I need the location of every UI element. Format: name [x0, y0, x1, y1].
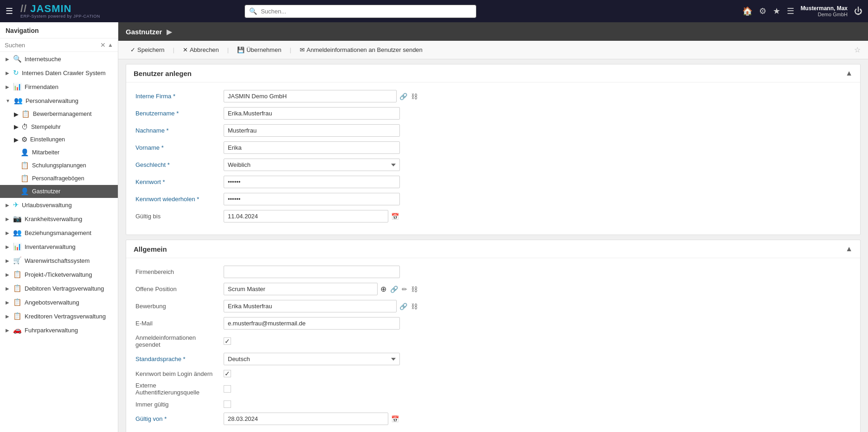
sidebar-search-input[interactable]	[5, 42, 98, 49]
send-email-button[interactable]: ✉ Anmeldeinformationen an Benutzer sende…	[295, 44, 427, 55]
kennwort-login-checkbox[interactable]: ✓	[224, 370, 231, 377]
benutzer-panel-collapse[interactable]: ▲	[845, 69, 853, 77]
sidebar-item-internetsuche[interactable]: ▶ 🔍 Internetsuche	[0, 52, 118, 66]
sidebar-item-angebotsverwaltung[interactable]: ▶ 📋 Angebotsverwaltung	[0, 295, 118, 309]
sidebar-item-krankheitsverwaltung[interactable]: ▶ 📷 Krankheitsverwaltung	[0, 212, 118, 226]
kennwort-login-row: Kennwort beim Login ändern ✓	[135, 370, 851, 377]
internetsuche-icon: 🔍	[13, 55, 22, 63]
interne-firma-input[interactable]	[224, 90, 397, 102]
kennwort-wiederholen-input[interactable]	[224, 193, 400, 205]
immer-gueltig-checkbox[interactable]	[224, 400, 231, 408]
gueltig-bis-input[interactable]	[224, 210, 388, 222]
arrow-icon: ▶	[6, 314, 9, 319]
sidebar-item-urlaubsverwaltung[interactable]: ▶ ✈ Urlaubsverwaltung	[0, 198, 118, 212]
standardsprache-select[interactable]: Deutsch English	[224, 353, 400, 365]
gueltig-von-input[interactable]	[224, 413, 388, 425]
cancel-label: Abbrechen	[190, 46, 219, 53]
unlink-icon[interactable]: ⛓	[410, 285, 418, 294]
offene-position-input[interactable]	[224, 283, 378, 295]
link-icon[interactable]: 🔗	[389, 285, 399, 294]
bewerbung-input[interactable]	[224, 300, 397, 312]
sidebar-item-fuhrpark[interactable]: ▶ 🚗 Fuhrparkverwaltung	[0, 323, 118, 337]
link-icon[interactable]: 🔗	[399, 302, 408, 311]
sidebar-item-einstellungen[interactable]: ▶ ⚙ Einstellungen	[0, 133, 118, 146]
user-menu[interactable]: Mustermann, Max Demo GmbH	[801, 5, 848, 17]
edit-icon[interactable]: ✏	[401, 285, 408, 294]
sidebar-item-stempeluhr[interactable]: ▶ ⏱ Stempeluhr	[0, 121, 118, 133]
arrow-icon: ▶	[6, 328, 9, 333]
firmenbereich-input[interactable]	[224, 266, 400, 278]
sidebar-item-schulungsplanungen[interactable]: 📋 Schulungsplanungen	[0, 159, 118, 172]
list-icon[interactable]: ☰	[787, 6, 794, 16]
sidebar-item-label: Stempeluhr	[31, 124, 61, 130]
vorname-input[interactable]	[224, 141, 400, 154]
favorite-star-icon[interactable]: ☆	[854, 45, 861, 54]
hamburger-menu-icon[interactable]: ☰	[6, 6, 13, 16]
link-icon[interactable]: 🔗	[399, 92, 408, 101]
nachname-label: Nachname *	[135, 127, 219, 134]
home-icon[interactable]: 🏠	[742, 6, 752, 16]
power-icon[interactable]: ⏻	[854, 6, 862, 16]
sidebar-item-kreditoren[interactable]: ▶ 📋 Kreditoren Vertragsverwaltung	[0, 309, 118, 323]
sidebar-item-beziehungsmanagement[interactable]: ▶ 👥 Beziehungsmanagement	[0, 226, 118, 240]
separator: |	[289, 46, 291, 53]
benutzer-form-body: Interne Firma * 🔗 ⛓ Benutzername *	[126, 83, 860, 235]
calendar-von-icon[interactable]: 📅	[390, 414, 400, 424]
global-search-input[interactable]	[244, 5, 476, 18]
fuhrpark-icon: 🚗	[13, 326, 22, 334]
apply-icon: 💾	[237, 46, 244, 53]
settings-icon[interactable]: ⚙	[759, 6, 766, 16]
calendar-icon[interactable]: 📅	[390, 212, 400, 221]
unlink-icon[interactable]: ⛓	[410, 92, 418, 101]
gueltig-von-row: Gültig von * 📅	[135, 413, 851, 425]
kennwort-wiederholen-label: Kennwort wiederholen *	[135, 196, 219, 203]
collapse-sidebar-icon[interactable]: ▲	[108, 42, 113, 48]
benutzer-panel-header: Benutzer anlegen ▲	[126, 64, 860, 83]
debitoren-icon: 📋	[13, 284, 22, 292]
clear-search-icon[interactable]: ✕	[100, 41, 106, 49]
send-email-label: Anmeldeinformationen an Benutzer senden	[307, 46, 423, 53]
page-title: Gastnutzer	[126, 28, 162, 36]
anmeldeinformationen-checkbox[interactable]: ✓	[224, 337, 231, 345]
sidebar-item-debitoren[interactable]: ▶ 📋 Debitoren Vertragsverwaltung	[0, 281, 118, 295]
apply-button[interactable]: 💾 Übernehmen	[232, 44, 286, 55]
sidebar-item-personalfrageboegen[interactable]: 📋 Personalfragebögen	[0, 172, 118, 185]
cancel-button[interactable]: ✕ Abbrechen	[178, 44, 224, 55]
benutzername-input[interactable]	[224, 107, 400, 120]
arrow-icon: ▶	[6, 57, 9, 62]
save-button[interactable]: ✓ Speichern	[126, 44, 169, 55]
sidebar-item-gastnutzer[interactable]: 👤 Gastnutzer	[0, 185, 118, 198]
arrow-icon: ▶	[6, 70, 9, 76]
save-label: Speichern	[137, 46, 165, 53]
personalverwaltung-icon: 👥	[14, 96, 23, 105]
offene-position-label: Offene Position	[135, 286, 219, 292]
sidebar-item-personalverwaltung[interactable]: ▼ 👥 Personalverwaltung	[0, 94, 118, 108]
gueltig-von-input-group: 📅	[224, 413, 400, 425]
sidebar-item-projekt[interactable]: ▶ 📋 Projekt-/Ticketverwaltung	[0, 267, 118, 281]
immer-gueltig-label: Immer gültig	[135, 401, 219, 408]
sidebar-item-label: Mitarbeiter	[32, 149, 59, 156]
allgemein-panel-title: Allgemein	[134, 245, 167, 253]
externe-auth-checkbox[interactable]	[224, 385, 231, 393]
unlink-icon[interactable]: ⛓	[410, 302, 418, 311]
sidebar-item-firmendaten[interactable]: ▶ 📊 Firmendaten	[0, 80, 118, 94]
add-icon[interactable]: ⊕	[379, 284, 387, 294]
gueltig-bis-row: Gültig bis 📅	[135, 210, 851, 222]
nachname-input[interactable]	[224, 124, 400, 137]
sidebar-item-mitarbeiter[interactable]: 👤 Mitarbeiter	[0, 146, 118, 159]
stempeluhr-icon: ⏱	[21, 123, 28, 131]
sidebar-item-crawler[interactable]: ▶ ↻ Internes Daten Crawler System	[0, 66, 118, 80]
mitarbeiter-icon: 👤	[20, 148, 29, 157]
sidebar-item-bewerbermanagement[interactable]: ▶ 📋 Bewerbermanagement	[0, 108, 118, 121]
email-input[interactable]	[224, 317, 400, 330]
app-title: // JASMIN	[20, 4, 100, 14]
sidebar-item-label: Debitoren Vertragsverwaltung	[25, 285, 104, 292]
kennwort-input[interactable]	[224, 176, 400, 188]
geschlecht-select[interactable]: Weiblich Männlich Divers	[224, 159, 400, 171]
sidebar-item-warenwirtschaft[interactable]: ▶ 🛒 Warenwirtschaftssystem	[0, 254, 118, 267]
arrow-icon: ▶	[6, 272, 9, 277]
allgemein-panel-collapse[interactable]: ▲	[845, 245, 853, 253]
sidebar-item-inventarverwaltung[interactable]: ▶ 📊 Inventarverwaltung	[0, 240, 118, 254]
favorites-icon[interactable]: ★	[773, 6, 780, 16]
content-header: Gastnutzer ▶	[118, 22, 868, 41]
